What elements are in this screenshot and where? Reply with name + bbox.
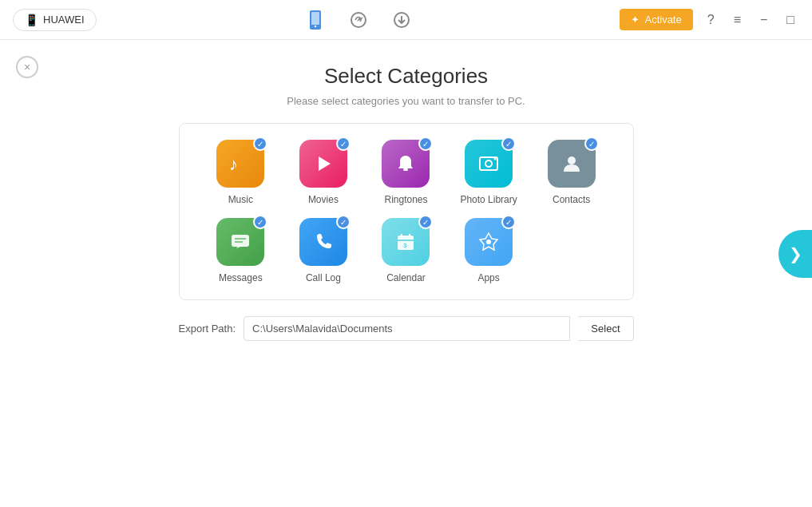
export-row: Export Path: Select [179,316,634,341]
page-subtitle: Please select categories you want to tra… [287,95,525,107]
download-nav-icon[interactable] [391,10,412,30]
titlebar-right: ✦ Activate ? ≡ − □ [620,9,799,30]
category-label-music: Music [228,194,253,205]
activate-button[interactable]: ✦ Activate [620,9,692,30]
category-label-photo: Photo Library [460,194,517,205]
activate-icon: ✦ [631,14,640,26]
svg-point-10 [485,160,492,167]
help-button[interactable]: ? [703,11,719,29]
check-badge-messages: ✓ [253,215,267,229]
nav-icons [305,10,412,30]
category-item-calendar[interactable]: 3✓Calendar [369,218,444,283]
menu-button[interactable]: ≡ [729,11,746,29]
maximize-button[interactable]: □ [782,11,799,29]
category-label-calendar: Calendar [386,272,426,283]
categories-box: ♪✓Music✓Movies✓Ringtones✓Photo Library✓C… [179,123,634,300]
category-label-messages: Messages [219,272,263,283]
check-badge-music: ✓ [253,137,267,151]
device-badge[interactable]: 📱 HUAWEI [13,9,97,31]
select-button[interactable]: Select [578,316,633,341]
check-badge-movies: ✓ [336,137,351,151]
titlebar: 📱 HUAWEI ✦ Activate [0,0,812,40]
category-label-contacts: Contacts [553,194,590,205]
category-icon-wrap-calllog: ✓ [299,218,347,266]
svg-marker-7 [319,156,331,171]
check-badge-apps: ✓ [501,215,516,229]
category-item-calllog[interactable]: ✓Call Log [286,218,361,283]
phone-nav-icon[interactable] [305,10,326,30]
category-label-apps: Apps [477,272,499,283]
next-icon: ❯ [789,244,802,263]
svg-point-21 [486,240,491,244]
check-badge-photo: ✓ [501,137,516,151]
svg-text:3: 3 [403,242,407,249]
category-item-contacts[interactable]: ✓Contacts [534,140,609,205]
minimize-button[interactable]: − [755,11,772,29]
restore-nav-icon[interactable] [348,10,369,30]
check-badge-contacts: ✓ [584,137,599,151]
svg-point-11 [494,158,497,160]
device-icon: 📱 [25,14,38,26]
category-icon-wrap-photo: ✓ [465,140,513,188]
category-icon-wrap-messages: ✓ [216,218,264,266]
category-item-movies[interactable]: ✓Movies [286,140,361,205]
check-badge-ringtones: ✓ [418,137,433,151]
category-icon-wrap-calendar: 3✓ [382,218,430,266]
category-item-apps[interactable]: ✓Apps [451,218,526,283]
categories-grid: ♪✓Music✓Movies✓Ringtones✓Photo Library✓C… [204,140,609,283]
category-item-music[interactable]: ♪✓Music [204,140,279,205]
svg-point-12 [568,156,576,164]
svg-rect-1 [311,12,319,25]
category-item-messages[interactable]: ✓Messages [204,218,279,283]
page-title: Select Categories [324,64,488,89]
category-item-photo[interactable]: ✓Photo Library [451,140,526,205]
category-label-calllog: Call Log [306,272,341,283]
export-label: Export Path: [179,323,236,335]
device-name: HUAWEI [43,14,85,26]
svg-point-2 [314,25,315,26]
export-path-input[interactable] [244,316,570,341]
category-icon-wrap-movies: ✓ [299,140,347,188]
category-label-ringtones: Ringtones [384,194,427,205]
category-item-ringtones[interactable]: ✓Ringtones [369,140,444,205]
svg-rect-8 [403,168,408,171]
svg-text:♪: ♪ [229,154,238,174]
category-icon-wrap-music: ♪✓ [216,140,264,188]
check-badge-calendar: ✓ [418,215,433,229]
category-icon-wrap-apps: ✓ [465,218,513,266]
category-label-movies: Movies [308,194,339,205]
main-content: × Select Categories Please select catego… [0,40,812,357]
svg-rect-13 [232,235,249,247]
close-button[interactable]: × [16,56,38,78]
check-badge-calllog: ✓ [336,215,351,229]
category-icon-wrap-contacts: ✓ [548,140,596,188]
category-icon-wrap-ringtones: ✓ [382,140,430,188]
